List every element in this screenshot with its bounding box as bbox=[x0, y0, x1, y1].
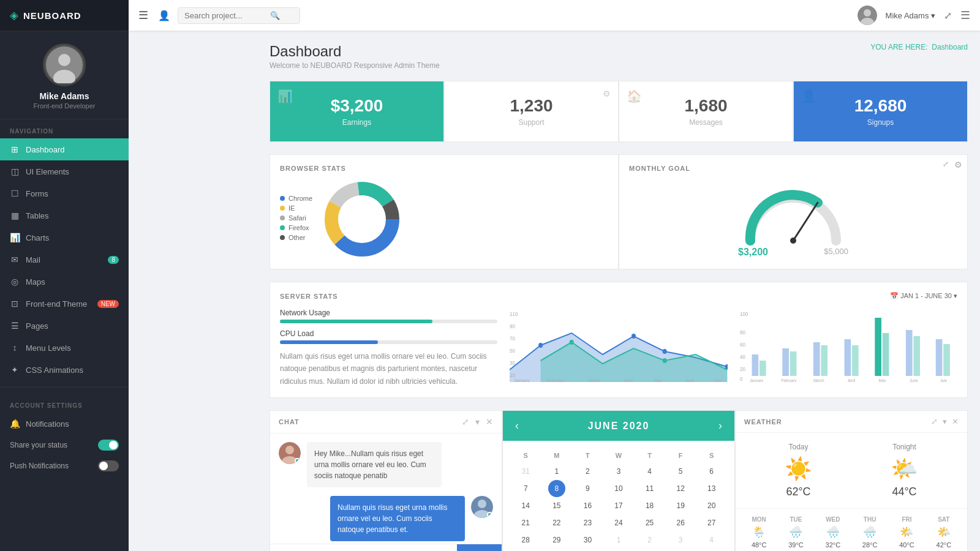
chat-expand-icon[interactable]: ⤢ bbox=[462, 417, 469, 427]
svg-rect-51 bbox=[906, 330, 913, 376]
svg-rect-44 bbox=[790, 351, 796, 376]
sidebar-item-frontend-theme[interactable]: ⊡ Front-end Theme NEW bbox=[0, 293, 129, 315]
sidebar-item-charts[interactable]: 📊 Charts bbox=[0, 227, 129, 249]
stat-cards: 📊 $3,200 Earnings ⚙ 1,230 Support 🏠 1,68… bbox=[270, 81, 968, 142]
calendar-day[interactable]: 20 bbox=[696, 497, 727, 514]
calendar-prev-button[interactable]: ‹ bbox=[515, 419, 519, 432]
calendar-day[interactable]: 7 bbox=[510, 480, 541, 497]
calendar-next-button[interactable]: › bbox=[718, 419, 722, 432]
topbar-username: Mike Adams ▾ bbox=[886, 11, 935, 20]
calendar-day[interactable]: 3 bbox=[603, 463, 635, 480]
sidebar-item-label: Forms bbox=[26, 189, 48, 198]
chat-send-button[interactable]: SEND bbox=[457, 544, 502, 551]
legend-chrome: Chrome bbox=[280, 195, 312, 202]
topbar-menu-icon[interactable]: ☰ bbox=[960, 9, 970, 22]
push-notifications-toggle[interactable] bbox=[98, 460, 119, 471]
calendar-day[interactable]: 31 bbox=[510, 463, 541, 480]
svg-rect-46 bbox=[821, 345, 827, 376]
sidebar-item-ui-elements[interactable]: ◫ UI Elements bbox=[0, 160, 129, 182]
calendar-day[interactable]: 25 bbox=[634, 514, 665, 531]
svg-point-16 bbox=[538, 343, 543, 348]
search-input[interactable] bbox=[184, 11, 270, 20]
sidebar-item-label: Maps bbox=[26, 277, 45, 287]
calendar-day[interactable]: 16 bbox=[572, 497, 603, 514]
sidebar-item-dashboard[interactable]: ⊞ Dashboard bbox=[0, 138, 129, 160]
svg-rect-54 bbox=[943, 344, 950, 376]
sidebar-item-label: CSS Animations bbox=[26, 365, 83, 375]
sidebar-item-menu-levels[interactable]: ↕ Menu Levels bbox=[0, 337, 129, 359]
sidebar-item-css-animations[interactable]: ✦ CSS Animations bbox=[0, 359, 129, 381]
donut-chart bbox=[322, 179, 402, 259]
calendar-day[interactable]: 30 bbox=[572, 531, 603, 549]
cpu-label: CPU Load bbox=[280, 329, 497, 338]
weather-collapse-icon[interactable]: ▾ bbox=[943, 417, 947, 426]
svg-text:100: 100 bbox=[740, 311, 748, 318]
svg-line-12 bbox=[793, 203, 818, 241]
chat-collapse-icon[interactable]: ▾ bbox=[475, 417, 480, 427]
legend-safari: Safari bbox=[280, 214, 312, 222]
share-status-row: Share your status bbox=[0, 435, 129, 455]
calendar-day[interactable]: 4 bbox=[696, 531, 727, 549]
sidebar-item-maps[interactable]: ◎ Maps bbox=[0, 271, 129, 293]
hamburger-button[interactable]: ☰ bbox=[138, 9, 148, 22]
calendar-week-row: 2829301234 bbox=[510, 531, 727, 549]
calendar-day[interactable]: 8 bbox=[548, 480, 565, 497]
calendar-day[interactable]: 14 bbox=[510, 497, 541, 514]
goal-expand-icon[interactable]: ⤢ bbox=[943, 160, 949, 168]
calendar-day[interactable]: 4 bbox=[634, 463, 665, 480]
svg-text:70: 70 bbox=[510, 335, 515, 342]
calendar-day[interactable]: 15 bbox=[541, 497, 573, 514]
calendar-day[interactable]: 17 bbox=[603, 497, 635, 514]
calendar-day[interactable]: 5 bbox=[665, 463, 696, 480]
weather-expand-icon[interactable]: ⤢ bbox=[931, 417, 938, 426]
main-content: Dashboard Welcome to NEUBOARD Responsive… bbox=[257, 31, 980, 551]
calendar-day[interactable]: 22 bbox=[541, 514, 573, 531]
earnings-icon: 📊 bbox=[277, 89, 293, 103]
calendar-day[interactable]: 23 bbox=[572, 514, 603, 531]
chat-input[interactable] bbox=[270, 544, 457, 551]
forecast-fri: FRI 🌤️ 40°C bbox=[899, 516, 914, 549]
calendar-day[interactable]: 10 bbox=[603, 480, 635, 497]
sidebar-item-tables[interactable]: ▦ Tables bbox=[0, 204, 129, 227]
chat-close-icon[interactable]: ✕ bbox=[486, 417, 493, 427]
account-section-label: ACCOUNT SETTINGS bbox=[0, 394, 129, 413]
sidebar-item-pages[interactable]: ☰ Pages bbox=[0, 315, 129, 337]
calendar-day[interactable]: 18 bbox=[634, 497, 665, 514]
sidebar-item-mail[interactable]: ✉ Mail 8 bbox=[0, 249, 129, 271]
signups-value: 12,680 bbox=[854, 96, 907, 116]
user-icon-button[interactable]: 👤 bbox=[158, 10, 170, 21]
goal-target: $5,000 bbox=[824, 247, 848, 258]
dashboard-icon: ⊞ bbox=[10, 144, 20, 154]
svg-point-11 bbox=[341, 198, 383, 240]
svg-text:90: 90 bbox=[510, 323, 515, 330]
calendar-day[interactable]: 27 bbox=[696, 514, 727, 531]
calendar-day[interactable]: 26 bbox=[665, 514, 696, 531]
calendar-day[interactable]: 2 bbox=[572, 463, 603, 480]
sidebar-item-notifications[interactable]: 🔔 Notifications bbox=[0, 413, 129, 435]
calendar-day[interactable]: 6 bbox=[696, 463, 727, 480]
expand-icon[interactable]: ⤢ bbox=[944, 10, 952, 21]
calendar-day[interactable]: 9 bbox=[572, 480, 603, 497]
calendar-day[interactable]: 29 bbox=[541, 531, 573, 549]
svg-text:February: February bbox=[781, 378, 796, 382]
goal-gear-icon[interactable]: ⚙ bbox=[954, 160, 962, 170]
calendar-day[interactable]: 24 bbox=[603, 514, 635, 531]
calendar-day[interactable]: 28 bbox=[510, 531, 541, 549]
calendar-day[interactable]: 19 bbox=[665, 497, 696, 514]
gear-icon[interactable]: ⚙ bbox=[603, 89, 611, 99]
page-title: Dashboard bbox=[270, 43, 440, 60]
calendar-day[interactable]: 13 bbox=[696, 480, 727, 497]
calendar-day[interactable]: 12 bbox=[665, 480, 696, 497]
calendar-day[interactable]: 3 bbox=[665, 531, 696, 549]
calendar-day[interactable]: 1 bbox=[541, 463, 573, 480]
sidebar-item-forms[interactable]: ☐ Forms bbox=[0, 182, 129, 204]
weather-card: WEATHER ⤢ ▾ ✕ Today ☀️ 62°C Tonight 🌤️ 4… bbox=[735, 410, 968, 551]
calendar-day[interactable]: 21 bbox=[510, 514, 541, 531]
share-status-toggle[interactable] bbox=[98, 440, 119, 451]
calendar-day[interactable]: 1 bbox=[603, 531, 635, 549]
calendar-day[interactable]: 11 bbox=[634, 480, 665, 497]
calendar-week-row: 21222324252627 bbox=[510, 514, 727, 531]
weather-close-icon[interactable]: ✕ bbox=[952, 417, 959, 426]
calendar-day[interactable]: 2 bbox=[634, 531, 665, 549]
network-label: Network Usage bbox=[280, 309, 497, 317]
